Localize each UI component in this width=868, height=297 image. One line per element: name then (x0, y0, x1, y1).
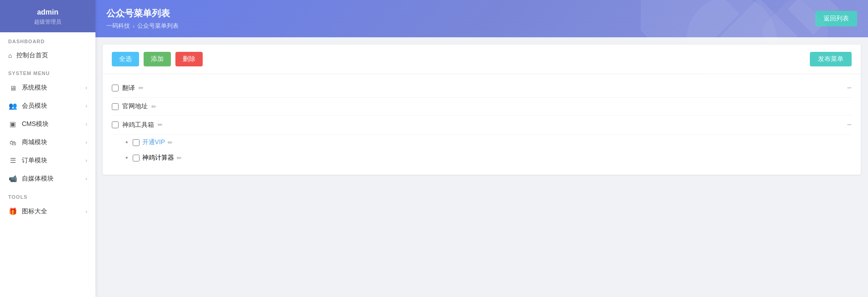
edit-icon-website[interactable]: ✏ (151, 103, 156, 110)
sidebar-item-icon-lib[interactable]: 🎁 图标大全 › (0, 202, 95, 221)
menu-item-label-website: 官网地址 (122, 102, 148, 111)
sidebar-item-label-cms: CMS模块 (22, 120, 49, 128)
page-header: 公众号菜单列表 一码科技 › 公众号菜单列表 返回列表 (95, 0, 868, 37)
breadcrumb: 一码科技 › 公众号菜单列表 (106, 22, 857, 30)
edit-icon-vip[interactable]: ✏ (168, 139, 173, 146)
menu-list: 翻译 ✏ − 官网地址 ✏ 神鸡 (103, 74, 861, 175)
menu-item-row: 官网地址 ✏ (112, 98, 852, 116)
sub-menu-list: • 开通VIP ✏ • 神鸡计算器 ✏ (112, 135, 852, 166)
bullet-icon: • (125, 138, 128, 146)
breadcrumb-separator: › (133, 23, 135, 30)
section-label-system: SYSTEM MENU (0, 64, 95, 79)
sidebar: admin 超级管理员 DASHBOARD ⌂ 控制台首页 SYSTEM MEN… (0, 0, 95, 297)
menu-item-checkbox-translate[interactable] (112, 85, 119, 91)
section-label-dashboard: DASHBOARD (0, 32, 95, 47)
menu-item-checkbox-toolbox[interactable] (112, 121, 119, 128)
sub-item-checkbox-calc[interactable] (133, 155, 140, 161)
menu-item-left: 官网地址 ✏ (112, 102, 156, 111)
sidebar-username: admin (5, 8, 91, 16)
sub-item-label-vip: 开通VIP (142, 138, 165, 146)
main-area: 公众号菜单列表 一码科技 › 公众号菜单列表 返回列表 全选 添加 删除 发布菜… (95, 0, 868, 297)
menu-item-label-toolbox: 神鸡工具箱 (122, 121, 154, 129)
sidebar-item-order-module[interactable]: ☰ 订单模块 › (0, 151, 95, 170)
chevron-right-icon: › (85, 85, 87, 91)
sub-item-label-calc: 神鸡计算器 (142, 154, 174, 162)
order-icon: ☰ (8, 156, 17, 165)
menu-item-checkbox-website[interactable] (112, 103, 119, 110)
sidebar-item-label-order: 订单模块 (22, 156, 47, 165)
monitor-icon: 🖥 (8, 83, 17, 92)
return-list-button[interactable]: 返回列表 (815, 11, 857, 26)
collapse-icon-translate[interactable]: − (847, 83, 852, 93)
gift-icon: 🎁 (8, 207, 17, 216)
edit-icon-toolbox[interactable]: ✏ (158, 121, 163, 128)
chevron-right-icon: › (85, 139, 87, 146)
select-all-button[interactable]: 全选 (112, 52, 139, 66)
users-icon: 👥 (8, 101, 17, 111)
bullet-icon: • (125, 154, 128, 162)
sidebar-item-label-member: 会员模块 (22, 102, 47, 110)
edit-icon-calc[interactable]: ✏ (177, 155, 182, 161)
sidebar-item-label-dashboard: 控制台首页 (16, 51, 48, 60)
add-button[interactable]: 添加 (144, 52, 171, 66)
chevron-right-icon: › (85, 208, 87, 215)
media-icon: 📹 (8, 174, 17, 183)
sidebar-header: admin 超级管理员 (0, 0, 95, 32)
menu-item-left: 翻译 ✏ (112, 84, 144, 92)
sidebar-item-label-system: 系统模块 (22, 84, 47, 92)
page-title: 公众号菜单列表 (106, 7, 857, 20)
breadcrumb-current: 公众号菜单列表 (137, 22, 179, 30)
menu-item-left: 神鸡工具箱 ✏ (112, 121, 163, 129)
sidebar-item-system-module[interactable]: 🖥 系统模块 › (0, 79, 95, 97)
toolbar-left: 全选 添加 删除 (112, 52, 203, 66)
sidebar-item-cms-module[interactable]: ▣ CMS模块 › (0, 115, 95, 133)
sub-item-row: • 开通VIP ✏ (125, 135, 852, 150)
menu-item-label-translate: 翻译 (122, 84, 135, 92)
edit-icon-translate[interactable]: ✏ (139, 85, 144, 91)
chevron-right-icon: › (85, 176, 87, 182)
sidebar-role: 超级管理员 (5, 18, 91, 26)
collapse-icon-toolbox[interactable]: − (847, 120, 852, 130)
shop-icon: 🛍 (8, 138, 17, 147)
section-label-tools: TOOLS (0, 188, 95, 202)
chevron-right-icon: › (85, 121, 87, 127)
menu-item-row: 神鸡工具箱 ✏ − (112, 116, 852, 135)
sidebar-item-shop-module[interactable]: 🛍 商城模块 › (0, 133, 95, 151)
sidebar-item-label-iconlib: 图标大全 (22, 207, 47, 216)
sub-item-row: • 神鸡计算器 ✏ (125, 150, 852, 166)
chevron-right-icon: › (85, 157, 87, 164)
sidebar-item-dashboard-home[interactable]: ⌂ 控制台首页 (0, 47, 95, 64)
publish-menu-button[interactable]: 发布菜单 (810, 52, 852, 66)
chevron-right-icon: › (85, 103, 87, 109)
sidebar-item-member-module[interactable]: 👥 会员模块 › (0, 97, 95, 115)
sidebar-item-label-shop: 商城模块 (22, 138, 47, 146)
delete-button[interactable]: 删除 (175, 52, 203, 66)
sub-item-checkbox-vip[interactable] (133, 139, 140, 146)
cms-icon: ▣ (8, 120, 17, 129)
home-icon: ⌂ (8, 52, 12, 59)
breadcrumb-root: 一码科技 (106, 22, 130, 30)
sidebar-item-media-module[interactable]: 📹 自媒体模块 › (0, 170, 95, 188)
sidebar-item-label-media: 自媒体模块 (22, 175, 54, 183)
